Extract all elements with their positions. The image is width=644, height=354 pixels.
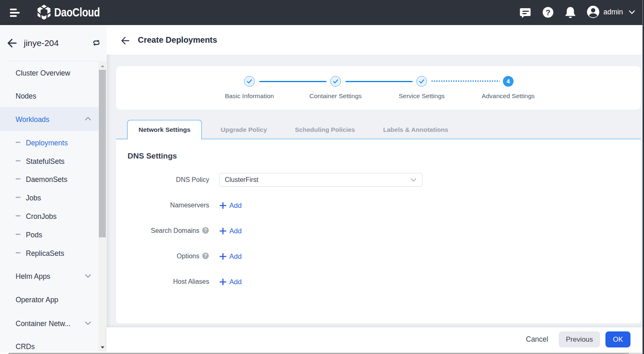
svg-text:?: ? <box>546 8 550 17</box>
